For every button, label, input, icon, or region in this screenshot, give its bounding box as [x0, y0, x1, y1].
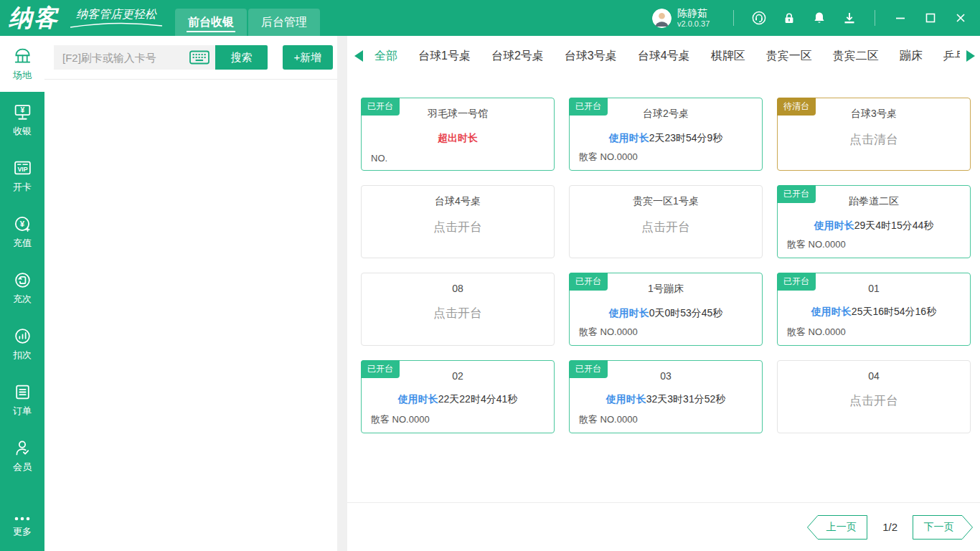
table-name: 台球4号桌	[362, 195, 554, 208]
category-scroll-right-wrap	[961, 36, 980, 76]
category-tab[interactable]: 乒乓球区	[943, 49, 960, 64]
table-card[interactable]: 已开台 03 使用时长32天3时31分52秒 散客 NO.0000	[569, 360, 763, 433]
category-scroll-left-icon[interactable]	[354, 50, 363, 62]
status-badge: 已开台	[569, 273, 608, 291]
table-center: 点击开台	[362, 219, 554, 235]
table-card[interactable]: 待清台 台球3号桌 点击清台	[777, 98, 971, 171]
table-card[interactable]: 台球4号桌 点击开台	[361, 185, 555, 258]
search-row: 搜索 +新增	[44, 36, 337, 80]
table-center: 使用时长29天4时15分44秒	[778, 220, 970, 232]
svg-text:¥: ¥	[20, 106, 24, 114]
table-card[interactable]: 已开台 羽毛球一号馆 超出时长 NO.	[361, 98, 555, 171]
tab-backend-admin[interactable]: 后台管理	[248, 9, 320, 36]
category-tab[interactable]: 全部	[374, 49, 397, 64]
bell-icon[interactable]	[804, 7, 834, 29]
members-icon	[13, 438, 32, 458]
sidebar-item-recharge[interactable]: ¥ 充值	[0, 204, 44, 260]
svg-text:VIP: VIP	[17, 166, 27, 173]
orders-icon	[13, 382, 32, 402]
table-card[interactable]: 已开台 1号蹦床 使用时长0天0时53分45秒 散客 NO.0000	[569, 273, 763, 346]
prev-page-label: 上一页	[807, 515, 867, 540]
table-center: 点击清台	[778, 131, 970, 148]
sidebar-item-members[interactable]: 会员	[0, 428, 44, 484]
table-center: 使用时长25天16时54分16秒	[778, 306, 970, 319]
recharge-icon: ¥	[13, 215, 32, 234]
sidebar-item-open-card[interactable]: VIP 开卡	[0, 148, 44, 204]
app-body: 场地 ¥ 收银 VIP 开卡 ¥ 充值	[0, 36, 980, 551]
category-scroll-right-icon[interactable]	[966, 50, 975, 62]
duration-label: 使用时长	[609, 307, 649, 319]
table-card[interactable]: 08 点击开台	[361, 273, 555, 346]
customer-info: 散客 NO.0000	[787, 238, 846, 251]
svg-text:¥: ¥	[19, 219, 24, 227]
duration-label: 使用时长	[609, 132, 649, 143]
sidebar-item-cashier[interactable]: ¥ 收银	[0, 92, 44, 148]
table-card[interactable]: 04 点击开台	[777, 360, 971, 433]
topbar-right: 陈静茹 v2.0.0.37	[652, 7, 980, 29]
table-name: 08	[362, 283, 554, 294]
minimize-icon[interactable]	[885, 7, 915, 29]
prev-page-button[interactable]: 上一页	[807, 515, 867, 540]
topbar: 纳客 纳客管店更轻松 前台收银 后台管理 陈静茹 v2.0.0.37	[0, 0, 980, 36]
category-tab[interactable]: 蹦床	[900, 49, 923, 64]
next-page-label: 下一页	[913, 515, 973, 540]
user-meta: 陈静茹 v2.0.0.37	[677, 7, 723, 29]
search-button[interactable]: 搜索	[215, 45, 268, 70]
sidebar: 场地 ¥ 收银 VIP 开卡 ¥ 充值	[0, 36, 44, 551]
customer-info: 散客 NO.0000	[787, 326, 846, 339]
status-badge: 待清台	[777, 98, 816, 116]
table-center: 使用时长2天23时54分9秒	[570, 132, 762, 145]
slogan: 纳客管店更轻松	[69, 7, 164, 29]
category-tab[interactable]: 贵宾二区	[833, 49, 879, 64]
customer-info: 散客 NO.0000	[579, 326, 638, 339]
avatar[interactable]	[652, 9, 672, 28]
status-badge: 已开台	[569, 98, 608, 116]
category-bar: 全部台球1号桌台球2号桌台球3号桌台球4号桌棋牌区贵宾一区贵宾二区蹦床乒乓球区普…	[347, 36, 980, 76]
table-card[interactable]: 贵宾一区1号桌 点击开台	[569, 185, 763, 258]
category-tab[interactable]: 台球4号桌	[638, 49, 690, 64]
sidebar-item-label: 扣次	[13, 349, 32, 362]
close-icon[interactable]	[946, 7, 976, 29]
sidebar-item-recharge-times[interactable]: 充次	[0, 260, 44, 316]
table-card[interactable]: 已开台 台球2号桌 使用时长2天23时54分9秒 散客 NO.0000	[569, 98, 763, 171]
sidebar-item-venue[interactable]: 场地	[0, 36, 44, 92]
category-tab[interactable]: 台球2号桌	[491, 49, 544, 64]
customer-info: 散客 NO.0000	[579, 413, 638, 426]
app-version: v2.0.0.37	[677, 19, 723, 29]
more-dots-icon	[13, 514, 32, 524]
duration-value: 29天4时15分44秒	[854, 220, 934, 231]
category-tab[interactable]: 台球3号桌	[565, 49, 617, 64]
next-page-button[interactable]: 下一页	[913, 515, 973, 540]
app-logo: 纳客	[9, 2, 59, 34]
status-badge: 已开台	[361, 360, 400, 378]
member-list-area	[44, 80, 337, 551]
table-name: 04	[778, 370, 970, 382]
add-new-button[interactable]: +新增	[283, 45, 333, 70]
category-tab[interactable]: 台球1号桌	[418, 49, 471, 64]
customer-service-icon[interactable]	[744, 7, 774, 29]
lock-icon[interactable]	[774, 7, 804, 29]
deduct-times-icon	[13, 326, 32, 346]
duration-label: 使用时长	[398, 393, 438, 405]
download-icon[interactable]	[834, 7, 864, 29]
table-card[interactable]: 已开台 跆拳道二区 使用时长29天4时15分44秒 散客 NO.0000	[777, 185, 971, 258]
keyboard-icon[interactable]	[189, 50, 209, 65]
table-center: 超出时长	[362, 132, 554, 145]
tables-grid: 已开台 羽毛球一号馆 超出时长 NO. 已开台 台球2号桌 使用时长2天23时5…	[361, 98, 971, 502]
category-tab[interactable]: 贵宾一区	[766, 49, 812, 64]
search-input-wrap	[54, 45, 215, 70]
table-card[interactable]: 已开台 01 使用时长25天16时54分16秒 散客 NO.0000	[777, 273, 971, 346]
tab-front-cashier[interactable]: 前台收银	[175, 9, 247, 36]
sidebar-item-more[interactable]: 更多	[0, 501, 44, 551]
maximize-icon[interactable]	[915, 7, 946, 29]
sidebar-item-orders[interactable]: 订单	[0, 372, 44, 428]
category-tabs: 全部台球1号桌台球2号桌台球3号桌台球4号桌棋牌区贵宾一区贵宾二区蹦床乒乓球区普…	[374, 49, 960, 64]
page-indicator: 1/2	[882, 521, 897, 533]
duration-label: 使用时长	[811, 306, 852, 317]
sidebar-item-label: 更多	[13, 525, 32, 538]
vip-card-icon: VIP	[13, 159, 32, 178]
category-tab[interactable]: 棋牌区	[711, 49, 745, 64]
table-card[interactable]: 已开台 02 使用时长22天22时4分41秒 散客 NO.0000	[361, 360, 555, 433]
sidebar-item-deduct-times[interactable]: 扣次	[0, 316, 44, 372]
topbar-separator	[733, 10, 734, 26]
